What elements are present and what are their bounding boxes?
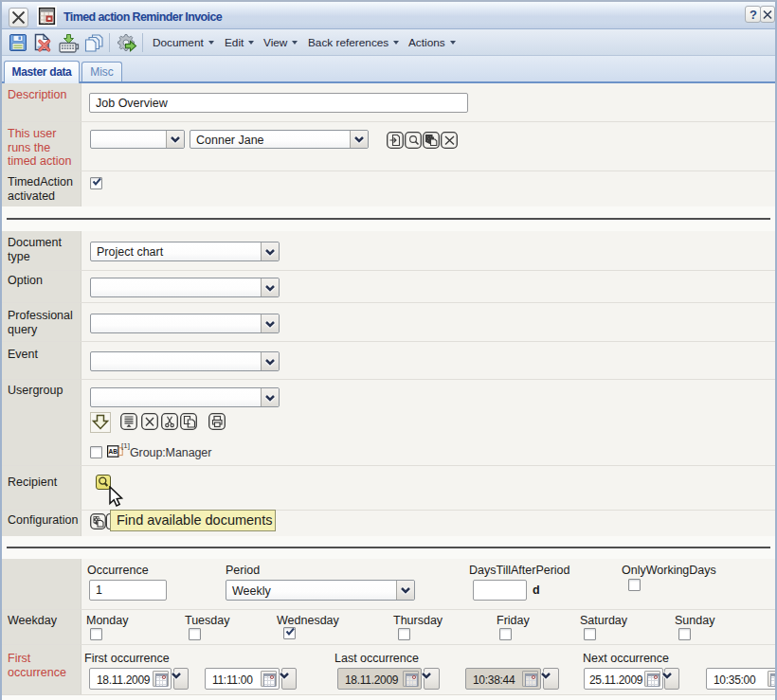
svg-text:AB: AB	[109, 447, 117, 456]
